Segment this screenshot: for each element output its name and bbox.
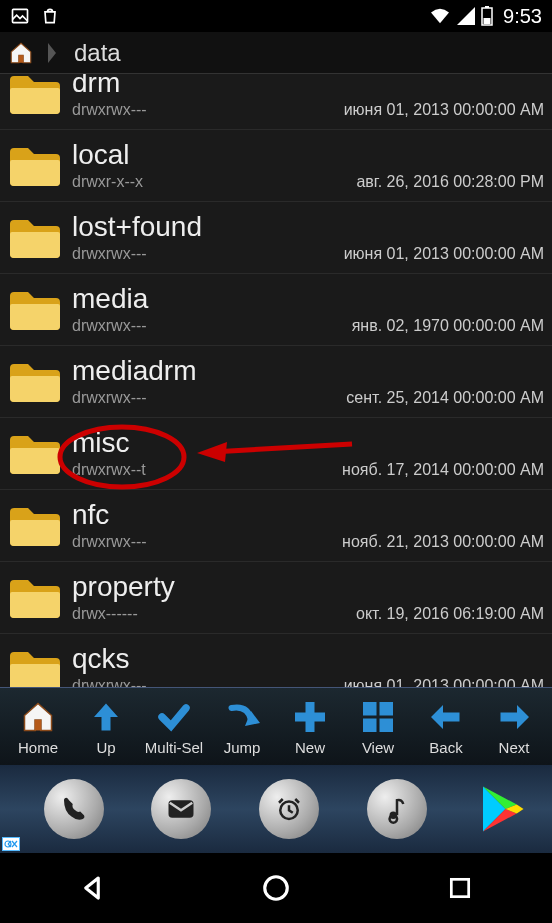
nav-home-button[interactable] [258, 870, 294, 906]
status-bar: 9:53 [0, 0, 552, 32]
folder-row-local[interactable]: local drwxr-x--x авг. 26, 2016 00:28:00 … [0, 130, 552, 202]
breadcrumb-separator-icon [48, 43, 56, 63]
arrow-left-icon [426, 697, 466, 737]
file-permissions: drwxrwx--- [72, 101, 147, 119]
folder-icon [8, 576, 62, 620]
toolbar-label: Up [96, 739, 115, 756]
file-name: misc [72, 428, 544, 459]
svg-rect-8 [35, 720, 41, 731]
wifi-icon [429, 7, 451, 25]
file-name: mediadrm [72, 356, 544, 387]
grid-icon [358, 697, 398, 737]
file-permissions: drwx------ [72, 605, 138, 623]
folder-row-property[interactable]: property drwx------ окт. 19, 2016 06:19:… [0, 562, 552, 634]
battery-icon [481, 6, 493, 26]
ad-mail-icon [151, 779, 211, 839]
svg-rect-15 [380, 719, 394, 733]
folder-icon [8, 288, 62, 332]
file-list[interactable]: drm drwxrwx--- июня 01, 2013 00:00:00 AM… [0, 74, 552, 687]
file-name: lost+found [72, 212, 544, 243]
jump-icon [222, 697, 262, 737]
svg-rect-2 [485, 6, 489, 8]
bottom-toolbar: Home Up Multi-Sel Jump New [0, 687, 552, 765]
file-permissions: drwxrwx--- [72, 677, 147, 687]
file-name: property [72, 572, 544, 603]
ad-clock-icon [259, 779, 319, 839]
file-permissions: drwxrwx--- [72, 245, 147, 263]
file-name: qcks [72, 644, 544, 675]
image-icon [10, 6, 30, 26]
toolbar-label: Next [499, 739, 530, 756]
plus-icon [290, 697, 330, 737]
shopping-icon [40, 6, 60, 26]
breadcrumb-current[interactable]: data [68, 35, 127, 71]
svg-point-19 [389, 812, 397, 820]
nav-back-button[interactable] [74, 870, 110, 906]
folder-row-lost+found[interactable]: lost+found drwxrwx--- июня 01, 2013 00:0… [0, 202, 552, 274]
svg-rect-14 [363, 719, 377, 733]
breadcrumb-home-icon[interactable] [6, 38, 36, 68]
folder-icon [8, 648, 62, 688]
arrow-up-icon [86, 697, 126, 737]
multisel-button[interactable]: Multi-Sel [140, 697, 208, 756]
toolbar-label: Back [429, 739, 462, 756]
breadcrumb-bar: data [0, 32, 552, 74]
svg-rect-21 [451, 879, 468, 896]
file-date: нояб. 21, 2013 00:00:00 AM [342, 533, 544, 551]
jump-button[interactable]: Jump [208, 697, 276, 756]
toolbar-label: View [362, 739, 394, 756]
toolbar-label: Home [18, 739, 58, 756]
new-button[interactable]: New [276, 697, 344, 756]
svg-rect-11 [295, 713, 325, 722]
back-button[interactable]: Back [412, 697, 480, 756]
nav-recent-button[interactable] [442, 870, 478, 906]
folder-icon [8, 74, 62, 116]
file-name: drm [72, 74, 544, 99]
file-date: янв. 02, 1970 00:00:00 AM [352, 317, 544, 335]
file-date: сент. 25, 2014 00:00:00 AM [346, 389, 544, 407]
svg-rect-4 [19, 55, 23, 63]
toolbar-label: Jump [224, 739, 261, 756]
folder-icon [8, 432, 62, 476]
file-permissions: drwxrwx--- [72, 317, 147, 335]
ad-playstore-icon [474, 782, 528, 836]
arrow-right-icon [494, 697, 534, 737]
ad-music-icon [367, 779, 427, 839]
file-date: июня 01, 2013 00:00:00 AM [344, 677, 544, 687]
file-date: июня 01, 2013 00:00:00 AM [344, 245, 544, 263]
file-permissions: drwxrwx--t [72, 461, 146, 479]
file-date: авг. 26, 2016 00:28:00 PM [356, 173, 544, 191]
toolbar-label: Multi-Sel [145, 739, 203, 756]
up-button[interactable]: Up [72, 697, 140, 756]
file-permissions: drwxrwx--- [72, 389, 147, 407]
signal-icon [457, 7, 475, 25]
file-name: media [72, 284, 544, 315]
home-button[interactable]: Home [4, 697, 72, 756]
svg-rect-13 [380, 702, 394, 716]
file-permissions: drwxr-x--x [72, 173, 143, 191]
svg-point-20 [265, 877, 288, 900]
folder-row-drm[interactable]: drm drwxrwx--- июня 01, 2013 00:00:00 AM [0, 74, 552, 130]
ad-banner[interactable] [0, 765, 552, 853]
file-date: нояб. 17, 2014 00:00:00 AM [342, 461, 544, 479]
view-button[interactable]: View [344, 697, 412, 756]
check-icon [154, 697, 194, 737]
clock-text: 9:53 [503, 5, 542, 28]
svg-rect-3 [484, 18, 491, 24]
android-nav-bar [0, 853, 552, 923]
folder-icon [8, 144, 62, 188]
file-name: nfc [72, 500, 544, 531]
toolbar-label: New [295, 739, 325, 756]
ad-close-button[interactable] [2, 837, 20, 851]
folder-row-misc[interactable]: misc drwxrwx--t нояб. 17, 2014 00:00:00 … [0, 418, 552, 490]
ad-phone-icon [44, 779, 104, 839]
file-name: local [72, 140, 544, 171]
file-date: июня 01, 2013 00:00:00 AM [344, 101, 544, 119]
next-button[interactable]: Next [480, 697, 548, 756]
folder-row-mediadrm[interactable]: mediadrm drwxrwx--- сент. 25, 2014 00:00… [0, 346, 552, 418]
folder-row-qcks[interactable]: qcks drwxrwx--- июня 01, 2013 00:00:00 A… [0, 634, 552, 687]
folder-row-nfc[interactable]: nfc drwxrwx--- нояб. 21, 2013 00:00:00 A… [0, 490, 552, 562]
folder-row-media[interactable]: media drwxrwx--- янв. 02, 1970 00:00:00 … [0, 274, 552, 346]
folder-icon [8, 504, 62, 548]
folder-icon [8, 360, 62, 404]
